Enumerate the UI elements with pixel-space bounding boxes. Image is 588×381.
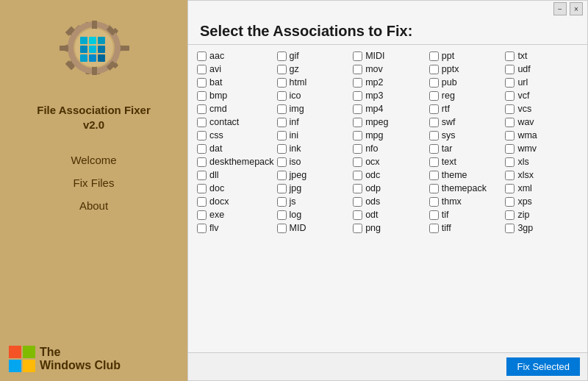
checkbox-ppt[interactable] xyxy=(429,51,439,61)
checkbox-ink[interactable] xyxy=(277,144,287,154)
checkbox-mp3[interactable] xyxy=(353,91,362,101)
checkbox-tif[interactable] xyxy=(429,210,439,220)
checkbox-xps[interactable] xyxy=(505,197,514,207)
checkbox-item: MID xyxy=(276,221,352,235)
checkbox-MIDI[interactable] xyxy=(353,51,362,61)
checkbox-aac[interactable] xyxy=(197,51,207,61)
extension-label: html xyxy=(290,77,307,88)
checkbox-themepack[interactable] xyxy=(429,184,439,193)
nav-item-about[interactable]: About xyxy=(7,196,180,215)
nav-item-fix-files[interactable]: Fix Files xyxy=(7,174,180,192)
checkbox-odp[interactable] xyxy=(353,184,362,193)
checkbox-pub[interactable] xyxy=(429,78,439,88)
checkbox-deskthemepack[interactable] xyxy=(197,157,207,167)
checkbox-zip[interactable] xyxy=(505,210,514,220)
checkbox-tiff[interactable] xyxy=(429,224,439,233)
fix-selected-button[interactable]: Fix Selected xyxy=(506,357,580,376)
checkbox-wav[interactable] xyxy=(505,118,514,127)
checkbox-log[interactable] xyxy=(277,210,287,220)
checkbox-txt[interactable] xyxy=(505,51,514,61)
checkbox-vcs[interactable] xyxy=(505,104,514,114)
checkbox-img[interactable] xyxy=(277,104,287,114)
checkbox-cmd[interactable] xyxy=(197,104,207,114)
checkbox-rtf[interactable] xyxy=(429,104,439,114)
checkbox-iso[interactable] xyxy=(277,157,287,167)
extension-label: inf xyxy=(290,117,299,127)
checkbox-png[interactable] xyxy=(353,224,362,233)
checkbox-mp4[interactable] xyxy=(353,104,362,114)
checkbox-mp2[interactable] xyxy=(353,78,362,88)
checkbox-js[interactable] xyxy=(277,197,287,207)
checkbox-ocx[interactable] xyxy=(353,157,362,167)
checkbox-xml[interactable] xyxy=(505,184,514,193)
checkbox-css[interactable] xyxy=(197,131,207,140)
checkbox-doc[interactable] xyxy=(197,184,207,193)
checkbox-mov[interactable] xyxy=(353,65,362,74)
checkbox-item: sys xyxy=(428,129,504,142)
checkbox-bmp[interactable] xyxy=(197,91,207,101)
checkbox-flv[interactable] xyxy=(197,224,207,233)
checkbox-item: ini xyxy=(276,129,352,142)
checkbox-exe[interactable] xyxy=(197,210,207,220)
nav-item-welcome[interactable]: Welcome xyxy=(7,151,180,169)
checkbox-tar[interactable] xyxy=(429,144,439,154)
checkbox-item: js xyxy=(276,195,352,208)
extension-label: wma xyxy=(517,130,537,140)
checkbox-item: tar xyxy=(428,142,504,155)
svg-rect-3 xyxy=(92,21,97,29)
checkbox-dat[interactable] xyxy=(197,144,207,154)
checkbox-gif[interactable] xyxy=(277,51,287,61)
checkbox-odt[interactable] xyxy=(353,210,362,220)
checkbox-ini[interactable] xyxy=(277,131,287,140)
checkbox-nfo[interactable] xyxy=(353,144,362,154)
checkbox-MID[interactable] xyxy=(277,224,287,233)
checkbox-jpeg[interactable] xyxy=(277,171,287,180)
checkbox-dll[interactable] xyxy=(197,171,207,180)
checkbox-wma[interactable] xyxy=(505,131,514,140)
checkbox-pptx[interactable] xyxy=(429,65,439,74)
checkbox-xls[interactable] xyxy=(505,157,514,167)
checkbox-text[interactable] xyxy=(429,157,439,167)
checkbox-item: dat xyxy=(196,142,276,155)
checkbox-udf[interactable] xyxy=(505,65,514,74)
extension-label: mp4 xyxy=(365,104,383,114)
checkbox-vcf[interactable] xyxy=(505,91,514,101)
checkbox-item: inf xyxy=(276,115,352,129)
checkbox-ico[interactable] xyxy=(277,91,287,101)
checkbox-mpg[interactable] xyxy=(353,131,362,140)
checkbox-bat[interactable] xyxy=(197,78,207,88)
extension-label: iso xyxy=(290,157,301,167)
windows-club-logo: The Windows Club xyxy=(7,344,121,374)
checkbox-html[interactable] xyxy=(277,78,287,88)
checkbox-item: gz xyxy=(276,63,352,76)
checkbox-mpeg[interactable] xyxy=(353,118,362,127)
checkbox-gz[interactable] xyxy=(277,65,287,74)
minimize-button[interactable]: − xyxy=(553,2,567,15)
checkbox-contact[interactable] xyxy=(197,118,207,127)
extension-label: dll xyxy=(209,170,219,180)
checkbox-item: img xyxy=(276,102,352,115)
checkbox-swf[interactable] xyxy=(429,118,439,127)
checkbox-item: deskthemepack xyxy=(196,155,276,168)
panel-heading: Select the Associations to Fix: xyxy=(188,17,587,45)
checkbox-theme[interactable] xyxy=(429,171,439,180)
checkbox-wmv[interactable] xyxy=(505,144,514,154)
checkbox-inf[interactable] xyxy=(277,118,287,127)
extension-label: wav xyxy=(517,117,534,127)
close-button[interactable]: × xyxy=(570,2,583,15)
checkbox-url[interactable] xyxy=(505,78,514,88)
checkbox-jpg[interactable] xyxy=(277,184,287,193)
checkbox-reg[interactable] xyxy=(429,91,439,101)
extension-label: png xyxy=(365,223,381,233)
checkbox-ods[interactable] xyxy=(353,197,362,207)
extension-label: gif xyxy=(290,51,299,61)
checkbox-3gp[interactable] xyxy=(505,224,514,233)
checkbox-item: cmd xyxy=(196,102,276,115)
checkbox-thmx[interactable] xyxy=(429,197,439,207)
checkbox-docx[interactable] xyxy=(197,197,207,207)
checkbox-item: png xyxy=(351,221,428,235)
checkbox-odc[interactable] xyxy=(353,171,362,180)
checkbox-avi[interactable] xyxy=(197,65,207,74)
checkbox-xlsx[interactable] xyxy=(505,171,514,180)
checkbox-sys[interactable] xyxy=(429,131,439,140)
